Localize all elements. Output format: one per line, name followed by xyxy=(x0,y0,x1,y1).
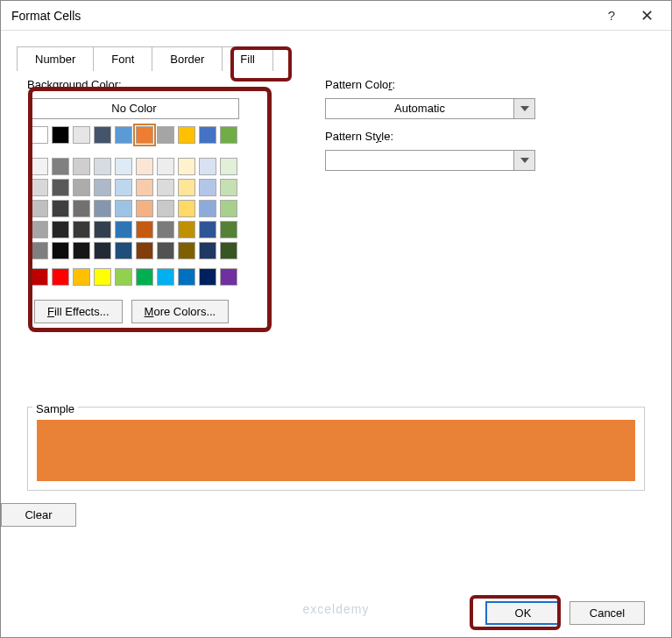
color-swatch[interactable] xyxy=(115,179,132,196)
standard-color-row xyxy=(27,263,290,289)
color-swatch[interactable] xyxy=(199,242,216,259)
color-swatch[interactable] xyxy=(136,242,153,259)
color-swatch[interactable] xyxy=(73,158,90,175)
color-swatch[interactable] xyxy=(199,200,216,217)
color-swatch[interactable] xyxy=(94,200,111,217)
sample-swatch xyxy=(37,420,635,481)
theme-color-row xyxy=(27,124,290,147)
color-swatch[interactable] xyxy=(52,200,69,217)
color-swatch[interactable] xyxy=(73,242,90,259)
color-swatch[interactable] xyxy=(31,158,48,175)
chevron-down-icon[interactable] xyxy=(513,151,534,170)
more-colors-button[interactable]: More Colors... xyxy=(131,300,230,323)
watermark: exceldemy xyxy=(303,602,370,616)
color-swatch[interactable] xyxy=(52,242,69,259)
color-swatch[interactable] xyxy=(73,221,90,238)
titlebar: Format Cells ? ✕ xyxy=(1,1,671,31)
color-swatch[interactable] xyxy=(220,126,237,144)
pattern-style-select[interactable] xyxy=(325,150,535,171)
color-swatch[interactable] xyxy=(157,158,174,175)
color-swatch[interactable] xyxy=(94,242,111,259)
pattern-color-label: Pattern Color: xyxy=(325,78,395,91)
tab-font[interactable]: Font xyxy=(93,46,152,71)
color-swatch[interactable] xyxy=(178,179,195,196)
color-swatch[interactable] xyxy=(220,158,237,175)
color-swatch[interactable] xyxy=(178,242,195,259)
color-swatch[interactable] xyxy=(94,126,111,144)
color-swatch[interactable] xyxy=(115,221,132,238)
color-swatch[interactable] xyxy=(115,126,132,144)
color-swatch[interactable] xyxy=(136,221,153,238)
color-swatch[interactable] xyxy=(73,179,90,196)
color-swatch[interactable] xyxy=(31,200,48,217)
color-swatch[interactable] xyxy=(220,200,237,217)
color-swatch[interactable] xyxy=(31,242,48,259)
color-swatch[interactable] xyxy=(73,200,90,217)
color-swatch[interactable] xyxy=(178,268,195,286)
tab-strip: NumberFontBorderFill xyxy=(1,31,671,71)
color-swatch[interactable] xyxy=(199,179,216,196)
color-swatch[interactable] xyxy=(52,268,69,286)
color-swatch[interactable] xyxy=(115,158,132,175)
ok-button[interactable]: OK xyxy=(485,601,561,625)
color-swatch[interactable] xyxy=(31,126,48,144)
pattern-color-select[interactable]: Automatic xyxy=(325,98,535,119)
format-cells-dialog: Format Cells ? ✕ NumberFontBorderFill Ba… xyxy=(0,0,672,638)
color-swatch[interactable] xyxy=(157,221,174,238)
color-swatch[interactable] xyxy=(136,126,153,144)
pattern-style-value xyxy=(326,151,513,170)
color-swatch[interactable] xyxy=(94,221,111,238)
color-swatch[interactable] xyxy=(157,126,174,144)
color-swatch[interactable] xyxy=(73,268,90,286)
help-button[interactable]: ? xyxy=(594,8,629,23)
close-button[interactable]: ✕ xyxy=(629,6,664,25)
color-swatch[interactable] xyxy=(199,158,216,175)
no-color-button[interactable]: No Color xyxy=(29,98,239,119)
color-swatch[interactable] xyxy=(115,268,132,286)
tab-border[interactable]: Border xyxy=(152,46,222,71)
pattern-color-value: Automatic xyxy=(326,99,513,118)
color-swatch[interactable] xyxy=(178,126,195,144)
color-swatch[interactable] xyxy=(136,268,153,286)
color-swatch[interactable] xyxy=(157,179,174,196)
color-swatch[interactable] xyxy=(136,158,153,175)
color-swatch[interactable] xyxy=(94,268,111,286)
color-swatch[interactable] xyxy=(157,268,174,286)
color-swatch[interactable] xyxy=(220,242,237,259)
color-swatch[interactable] xyxy=(157,200,174,217)
color-swatch[interactable] xyxy=(199,221,216,238)
color-swatch[interactable] xyxy=(52,179,69,196)
color-swatch[interactable] xyxy=(52,126,69,144)
color-swatch[interactable] xyxy=(199,126,216,144)
color-swatch[interactable] xyxy=(94,179,111,196)
color-swatch[interactable] xyxy=(115,200,132,217)
color-swatch[interactable] xyxy=(220,179,237,196)
color-swatch[interactable] xyxy=(52,221,69,238)
color-swatch[interactable] xyxy=(31,268,48,286)
color-swatch[interactable] xyxy=(220,268,237,286)
color-swatch[interactable] xyxy=(31,221,48,238)
pattern-style-label: Pattern Style: xyxy=(325,130,393,143)
color-swatch[interactable] xyxy=(178,200,195,217)
color-swatch[interactable] xyxy=(31,179,48,196)
tab-fill[interactable]: Fill xyxy=(222,46,273,71)
color-swatch[interactable] xyxy=(199,268,216,286)
fill-effects-button[interactable]: Fill Effects... xyxy=(34,300,123,323)
color-swatch[interactable] xyxy=(136,179,153,196)
color-swatch[interactable] xyxy=(115,242,132,259)
color-swatch[interactable] xyxy=(52,158,69,175)
color-swatch[interactable] xyxy=(73,126,90,144)
color-swatch[interactable] xyxy=(178,158,195,175)
chevron-down-icon[interactable] xyxy=(513,99,534,118)
color-swatch[interactable] xyxy=(136,200,153,217)
color-swatch[interactable] xyxy=(94,158,111,175)
cancel-button[interactable]: Cancel xyxy=(569,601,645,625)
color-swatch[interactable] xyxy=(220,221,237,238)
color-swatch[interactable] xyxy=(157,242,174,259)
sample-frame xyxy=(27,407,645,491)
clear-button[interactable]: Clear xyxy=(1,503,76,527)
color-swatch[interactable] xyxy=(178,221,195,238)
window-title: Format Cells xyxy=(8,9,594,23)
theme-shade-grid xyxy=(27,156,290,263)
tab-number[interactable]: Number xyxy=(17,46,93,71)
